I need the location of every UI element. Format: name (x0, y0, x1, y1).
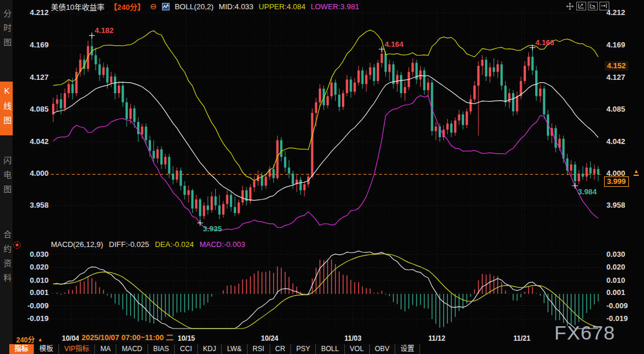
svg-text:10/15: 10/15 (178, 334, 195, 342)
toolbar-item-16[interactable]: 设置 (395, 344, 420, 354)
line-chart-icon[interactable] (162, 3, 170, 10)
svg-text:0.020: 0.020 (606, 263, 625, 271)
toolbar-item-10[interactable]: RSI (248, 344, 270, 354)
svg-text:-0.009: -0.009 (27, 301, 49, 310)
sidebar-tab-4[interactable]: 合约资料 (0, 226, 13, 293)
boll-label: BOLL(20,2) (175, 2, 214, 11)
scale-y-axis-icon[interactable] (576, 2, 586, 10)
svg-text:3.958: 3.958 (30, 201, 49, 209)
open-price-badge: 4.152 (605, 61, 628, 71)
sidebar-tab-3[interactable]: 闪电图 (0, 152, 13, 204)
svg-text:4.085: 4.085 (30, 105, 49, 113)
macd-diff-value: DIFF:-0.025 (109, 240, 149, 249)
symbol-title: 美债10年收益率 (51, 1, 104, 12)
svg-text:4.000: 4.000 (30, 169, 49, 178)
svg-text:11/03: 11/03 (344, 334, 362, 342)
bottom-toolbar: 指标模板VIP指标MAMACDBIASCCIKDJLW&RSICRPSYBOLL… (9, 344, 420, 354)
toolbar-item-13[interactable]: BOLL (316, 344, 345, 354)
sidebar-tab-1[interactable]: 分时图 (0, 5, 13, 57)
chart-legend: 美债10年收益率 【240分】 ⊖ BOLL(20,2) MID:4.033 U… (51, 1, 359, 12)
toolbar-item-11[interactable]: CR (270, 344, 291, 354)
svg-text:10/04: 10/04 (62, 334, 79, 342)
svg-text:-0.009: -0.009 (606, 301, 628, 310)
collapse-icon[interactable]: ⊖ (150, 2, 157, 10)
toolbar-item-1[interactable]: 指标 (9, 344, 34, 354)
svg-text:3.935: 3.935 (203, 224, 222, 233)
macd-hist-value: MACD:-0.003 (200, 240, 245, 249)
svg-text:-0.019: -0.019 (27, 314, 49, 323)
svg-text:10/24: 10/24 (261, 334, 278, 342)
boll-mid-value: MID:4.033 (219, 2, 253, 11)
period-selector-arrow-icon: ▲ (38, 337, 43, 342)
svg-text:0.001: 0.001 (606, 288, 625, 297)
pan-icon[interactable] (565, 2, 575, 10)
svg-text:0.010: 0.010 (606, 276, 625, 285)
toolbar-item-9[interactable]: LW& (222, 344, 247, 354)
toolbar-item-15[interactable]: OBV (370, 344, 395, 354)
svg-text:0.020: 0.020 (30, 263, 49, 271)
svg-text:4.212: 4.212 (30, 8, 49, 17)
toolbar-item-7[interactable]: CCI (175, 344, 198, 354)
toolbar-item-3[interactable]: VIP指标 (59, 344, 95, 354)
sidebar: 分时图K线图闪电图合约资料 (0, 0, 13, 354)
toolbar-item-4[interactable]: MA (95, 344, 116, 354)
price-chart[interactable]: 4.1823.9354.1644.1663.9844.2124.2124.169… (0, 0, 644, 354)
svg-text:4.169: 4.169 (30, 40, 49, 49)
boll-lower-value: LOWER:3.981 (311, 2, 359, 11)
price-up-arrow-icon: ▲ (634, 169, 639, 176)
svg-text:4.042: 4.042 (606, 137, 625, 146)
macd-legend: MACD(26,12,9) DIFF:-0.025 DEA:-0.024 MAC… (51, 240, 245, 249)
svg-text:4.166: 4.166 (535, 38, 554, 47)
svg-text:3.984: 3.984 (578, 187, 597, 196)
chart-scale-controls (565, 2, 609, 10)
toolbar-item-12[interactable]: PSY (291, 344, 316, 354)
period-selector[interactable]: 240分 ▲ (16, 334, 43, 344)
svg-text:4.127: 4.127 (30, 73, 49, 82)
toolbar-item-8[interactable]: KDJ (198, 344, 222, 354)
scale-x-axis-icon[interactable] (588, 2, 598, 10)
period-selector-label: 240分 (16, 334, 35, 344)
sidebar-tab-2[interactable]: K线图 (0, 82, 13, 135)
svg-text:11/21: 11/21 (513, 334, 531, 342)
toolbar-item-2[interactable]: 模板 (34, 344, 59, 354)
svg-text:0.001: 0.001 (30, 288, 49, 297)
macd-dea-value: DEA:-0.024 (155, 240, 194, 249)
scroll-to-latest-icon[interactable] (599, 2, 609, 10)
crosshair-date-tooltip: 2025/10/07 07:00~11:00 二 (79, 333, 176, 342)
svg-text:4.164: 4.164 (385, 40, 404, 49)
alert-dot (16, 244, 19, 246)
toolbar-item-5[interactable]: MACD (116, 344, 148, 354)
period-label: 【240分】 (109, 1, 145, 12)
svg-text:3.958: 3.958 (606, 201, 625, 209)
watermark: FX678 (554, 322, 615, 344)
svg-text:0.030: 0.030 (606, 250, 625, 259)
svg-text:4.042: 4.042 (30, 137, 49, 146)
svg-text:4.169: 4.169 (606, 40, 625, 49)
svg-text:0.030: 0.030 (30, 250, 49, 259)
svg-text:4.127: 4.127 (606, 73, 625, 82)
svg-text:4.085: 4.085 (606, 105, 625, 113)
chart-app: 4.1823.9354.1644.1663.9844.2124.2124.169… (0, 0, 644, 354)
indicator-alert-icon[interactable] (13, 241, 21, 249)
toolbar-item-6[interactable]: BIAS (148, 344, 175, 354)
boll-upper-value: UPPER:4.084 (259, 2, 306, 11)
svg-text:0.010: 0.010 (30, 276, 49, 285)
macd-name: MACD(26,12,9) (51, 240, 103, 249)
last-price-badge: 3.999 (604, 176, 629, 187)
svg-text:11/12: 11/12 (428, 334, 446, 342)
svg-text:4.182: 4.182 (95, 26, 114, 35)
toolbar-item-14[interactable]: VOL (345, 344, 370, 354)
